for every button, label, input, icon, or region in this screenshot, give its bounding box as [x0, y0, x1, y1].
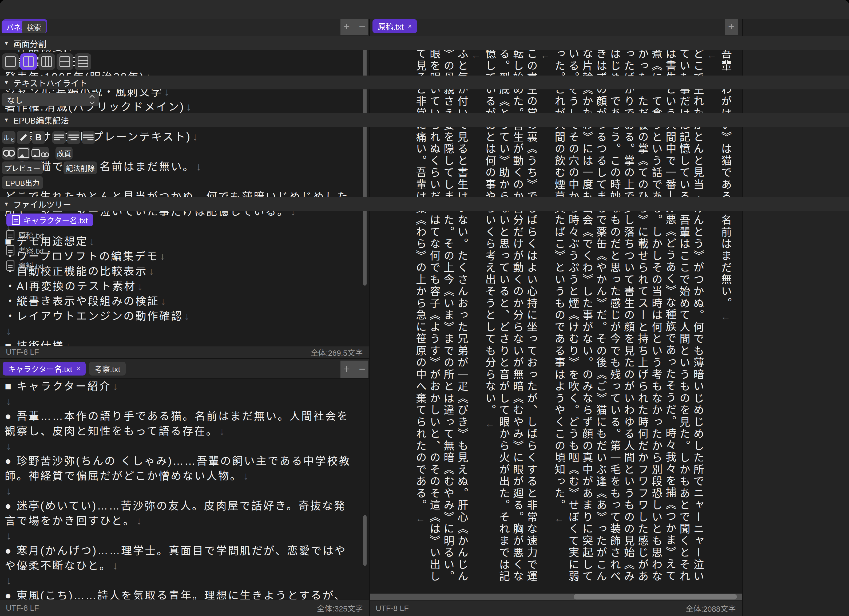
linebreak-icon: ↓: [243, 470, 249, 482]
linebreak-icon: ↓: [149, 265, 154, 277]
document-icon: [6, 245, 14, 255]
section-text-highlight[interactable]: ▼ テキストハイライト: [0, 76, 106, 89]
highlight-selected-value: なし: [7, 94, 23, 106]
epub-export-button[interactable]: EPUB出力: [2, 176, 43, 189]
file-tree-item[interactable]: 資料.txt: [6, 259, 44, 272]
statusbar-character: UTF-8 LF 全体:325文字: [0, 600, 369, 616]
preview-button[interactable]: プレビュー: [2, 161, 43, 174]
linebreak-icon: ↓: [113, 560, 118, 571]
editor-line: ↓: [5, 439, 357, 453]
highlight-select[interactable]: なし: [1, 93, 99, 106]
tab-search[interactable]: 検索: [22, 21, 46, 33]
tab-character[interactable]: キャラクター名.txt ×: [3, 362, 86, 376]
linebreak-icon: ↓: [185, 310, 190, 322]
link-icon: [3, 150, 15, 157]
sidebar-top-strip: [0, 0, 106, 19]
line-text: ・AI再変換のテスト素材: [5, 280, 136, 292]
remove-markup-button[interactable]: 記法削除: [64, 161, 97, 174]
section-collapse-icon[interactable]: ▼: [4, 117, 9, 123]
epub-export-label: EPUB出力: [5, 177, 39, 188]
pane-genkou: 原稿.txt × + 吾輩《わがはい》は猫である。名前はまだ無い。←←どこで生れ…: [370, 16, 742, 616]
manuscript-paragraph: どこで生れたかとんと見当《けんとう》がつかぬ。何でも薄暗いじめじめした所でニャー…: [552, 48, 705, 583]
document-icon: [6, 230, 14, 240]
linebreak-icon: ↓: [6, 395, 12, 407]
encoding-label: UTF-8 LF: [376, 604, 409, 613]
preview-label: プレビュー: [4, 163, 40, 173]
pagebreak-button[interactable]: 改頁: [55, 147, 73, 160]
section-collapse-icon[interactable]: ▼: [4, 40, 9, 46]
align-right-button[interactable]: [82, 131, 95, 144]
linebreak-icon: ↓: [6, 485, 12, 497]
section-screen-split[interactable]: ▼ 画面分割: [0, 36, 106, 50]
editor-line: ・縦書き表示や段組みの検証↓: [5, 294, 357, 309]
linebreak-icon: ↓: [66, 340, 71, 346]
pagebreak-label: 改頁: [57, 148, 71, 158]
document-icon: [6, 261, 14, 271]
linebreak-icon: ←: [554, 513, 564, 524]
editor-line: ● 迷亭(めいてい)……苦沙弥の友人。皮肉屋で話好き。奇抜な発言で場をかき回すひ…: [5, 498, 357, 528]
align-left-button[interactable]: [52, 131, 66, 144]
add-pane-button[interactable]: +: [728, 20, 735, 33]
editor-line: ■ キャラクター紹介↓: [5, 379, 357, 394]
section-title: EPUB編集記法: [13, 114, 69, 126]
split-two-columns-button[interactable]: [20, 54, 37, 70]
section-title: テキストハイライト: [13, 77, 87, 89]
file-tree-item[interactable]: 原稿.txt: [6, 229, 44, 242]
remove-pane-button[interactable]: −: [359, 363, 365, 376]
bold-icon: B: [35, 133, 42, 143]
image-link-button[interactable]: [32, 147, 49, 160]
linebreak-icon: ←: [416, 513, 425, 524]
linebreak-icon: ↓: [6, 575, 12, 586]
editor-character-text[interactable]: ■ キャラクター紹介↓↓● 吾輩……本作の語り手である猫。名前はまだ無い。人間社…: [0, 378, 369, 600]
split-single-button[interactable]: [2, 54, 19, 70]
close-tab-icon[interactable]: ×: [408, 22, 412, 30]
pane-split-controls: + −: [340, 18, 368, 35]
linebreak-icon: ←: [485, 419, 495, 429]
editor-line: ● 寒月(かんげつ)……理学士。真面目で学問肌だが、恋愛ではやや優柔不断なひと。…: [5, 543, 357, 573]
split-three-rows-button[interactable]: [75, 54, 91, 70]
add-pane-button[interactable]: +: [343, 20, 350, 33]
section-file-tree[interactable]: ▼ ファイルツリー: [0, 197, 106, 211]
editor-line: ・ワープロソフトの編集デモ↓: [5, 249, 357, 264]
sidebar-divider[interactable]: [742, 16, 743, 616]
editor-line: 吾輩は猫である。名前はまだ無い。↓: [5, 159, 357, 174]
horizontal-scrollbar-thumb[interactable]: [573, 594, 737, 600]
split-three-columns-button[interactable]: [39, 54, 55, 70]
linebreak-icon: ←: [707, 50, 716, 60]
tab-genkou[interactable]: 原稿.txt ×: [372, 19, 417, 33]
single-pane-icon: [5, 56, 16, 67]
tab-label: キャラクター名.txt: [8, 363, 72, 374]
pane-character: キャラクター名.txt × 考察.txt + − ■ キャラクター紹介↓↓● 吾…: [0, 359, 369, 616]
paragraph-text: 獰悪《どうあく》な種族であったそうだ。時々我々を捕《つかま》えて煮《に》て食うと…: [553, 48, 676, 583]
section-collapse-icon[interactable]: ▼: [4, 79, 9, 86]
pen-button[interactable]: [17, 131, 30, 144]
linebreak-icon: ←: [471, 50, 481, 60]
vertical-scrollbar[interactable]: [363, 515, 366, 566]
pane-split-controls: + −: [340, 361, 368, 378]
horizontal-scrollbar-track[interactable]: [370, 594, 742, 600]
close-tab-icon[interactable]: ×: [77, 365, 80, 373]
file-tree-item[interactable]: 考察.txt: [6, 244, 44, 257]
paragraph-text: ふと気が付いて見ると書生はいない。たくさんおった兄弟が一疋《ぴき》も見えぬ。肝心…: [415, 48, 468, 583]
image-button[interactable]: [17, 147, 30, 160]
linebreak-icon: ←: [721, 312, 731, 322]
editor-line: ● 東風(こち)……詩人を気取る青年。理想に生きようとするが、どこか滑稽さを帯び…: [5, 588, 357, 600]
section-collapse-icon[interactable]: ▼: [4, 201, 9, 207]
section-epub[interactable]: ▼ EPUB編集記法: [0, 113, 106, 127]
tab-label: 原稿.txt: [378, 21, 404, 32]
bold-button[interactable]: B: [32, 131, 45, 144]
align-center-button[interactable]: [67, 131, 80, 144]
editor-line: ・自動校正機能の比較表示↓: [5, 264, 357, 279]
select-chevrons-icon: [90, 95, 94, 104]
add-pane-button[interactable]: +: [343, 363, 350, 376]
file-tree-item[interactable]: キャラクター名.txt: [6, 213, 93, 226]
link-button[interactable]: [2, 147, 15, 160]
ruby-button[interactable]: ルビ: [2, 131, 15, 144]
editor-line: ・レイアウトエンジンの動作確認↓: [5, 309, 357, 324]
app-window: » 資料.txt × + − ■ 作品概要↓著者:夏目漱石↓発表年:1905年(…: [0, 0, 849, 616]
paragraph-text: この書生の掌の裏《うち》でしばらくはよい心持に坐っておったが、しばらくすると非常…: [484, 48, 537, 583]
split-two-rows-button[interactable]: [57, 54, 73, 70]
tab-kousatsu[interactable]: 考察.txt: [89, 362, 126, 376]
remove-pane-button[interactable]: −: [359, 20, 365, 33]
linebreak-icon: ↓: [219, 425, 225, 437]
